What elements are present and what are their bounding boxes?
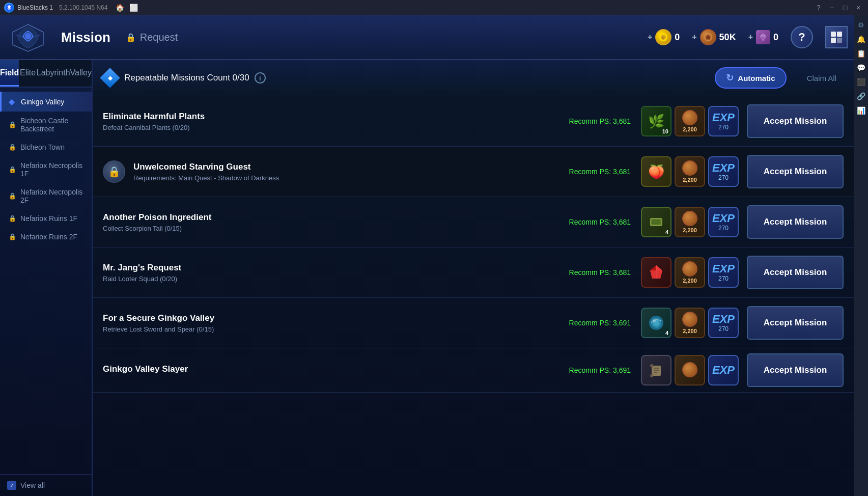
- sidebar-right-icon-5[interactable]: ⬛: [856, 76, 867, 88]
- svg-rect-9: [831, 32, 836, 37]
- nav-item-label: Nefariox Ruins 1F: [20, 214, 77, 223]
- mission-rewards-4: 2,200 EXP 270: [641, 257, 739, 288]
- nav-item-label: Ginkgo Valley: [21, 98, 64, 106]
- nav-item-nefariox-nec-2f[interactable]: 🔒 Nefariox Necropolis 2F: [0, 183, 92, 209]
- nav-lock-icon: 🔒: [9, 121, 16, 128]
- accept-mission-button-4[interactable]: Accept Mission: [747, 256, 844, 289]
- reward-exp-val-5: 270: [718, 325, 729, 333]
- header-resources: + $ 0 + 50K + 0 ?: [648, 26, 848, 48]
- sidebar-right-icon-3[interactable]: 📋: [856, 48, 867, 59]
- gem-resource[interactable]: + 0: [748, 30, 778, 44]
- restore-button[interactable]: □: [839, 2, 851, 13]
- reward-exp-text-3: EXP: [712, 213, 735, 224]
- reward-exp-1: EXP 270: [708, 106, 739, 136]
- reward-item-icon-1: 🌿: [648, 115, 664, 128]
- reward-item-4: [641, 257, 671, 288]
- gem-plus-icon: +: [748, 33, 753, 42]
- reward-coin-val-1: 2,200: [683, 126, 697, 132]
- mission-row-another-poison-ingredient: Another Poison Ingredient Collect Scorpi…: [93, 197, 854, 247]
- mission-rewards-2: 🍑 2,200 EXP 270: [641, 156, 739, 187]
- nav-item-label: Nefariox Necropolis 2F: [20, 188, 85, 204]
- automatic-button[interactable]: ↻ Automatic: [715, 67, 786, 89]
- svg-point-28: [650, 374, 653, 377]
- window-controls: ? − □ ×: [813, 2, 864, 13]
- header-help-button[interactable]: ?: [791, 26, 813, 48]
- tab-field[interactable]: Field: [0, 60, 19, 87]
- nav-request-tab[interactable]: 🔒 Request: [126, 32, 178, 43]
- nav-item-nefariox-ruins-1f[interactable]: 🔒 Nefariox Ruins 1F: [0, 209, 92, 228]
- mission-ps-1: Recomm PS: 3,681: [569, 117, 631, 125]
- nav-item-bicheon-castle[interactable]: 🔒 Bicheon Castle Backstreet: [0, 112, 92, 138]
- reward-exp-text-6: EXP: [712, 365, 735, 376]
- automatic-label: Automatic: [738, 74, 775, 82]
- gold-plus-icon: +: [648, 33, 652, 42]
- mission-info-5: For a Secure Ginkgo Valley Retrieve Lost…: [103, 313, 569, 333]
- info-icon[interactable]: i: [255, 72, 266, 84]
- sidebar-right-icon-2[interactable]: 🔔: [856, 34, 867, 45]
- reward-exp-6: EXP: [708, 355, 739, 385]
- accept-mission-button-5[interactable]: Accept Mission: [747, 306, 844, 340]
- reward-coin-1: 2,200: [675, 106, 705, 136]
- mission-ps-3: Recomm PS: 3,681: [569, 218, 631, 226]
- accept-mission-button-2[interactable]: Accept Mission: [747, 155, 844, 188]
- screenshot-icon[interactable]: ⬜: [129, 4, 138, 12]
- gold-resource[interactable]: + $ 0: [648, 29, 680, 45]
- mission-lock-icon-2: 🔒: [103, 160, 125, 183]
- sidebar-right-icon-1[interactable]: ⚙: [856, 19, 867, 31]
- svg-point-27: [650, 364, 653, 367]
- accept-mission-button-6[interactable]: Accept Mission: [747, 353, 844, 387]
- nav-lock-icon: 🔒: [9, 233, 16, 240]
- help-icon[interactable]: ?: [813, 2, 824, 13]
- reward-item-count-5: 4: [665, 330, 668, 336]
- nav-item-label: Bicheon Town: [20, 143, 65, 151]
- repeatable-missions-title: Repeatable Missions Count 0/30: [124, 73, 249, 83]
- reward-coin-3: 2,200: [675, 207, 705, 237]
- reward-coin-icon-6: [682, 362, 697, 377]
- nav-item-label: Bicheon Castle Backstreet: [20, 117, 85, 133]
- reward-coin-val-5: 2,200: [683, 328, 697, 334]
- mission-rewards-6: EXP: [641, 355, 739, 385]
- reward-exp-text-4: EXP: [712, 263, 735, 274]
- home-icon[interactable]: 🏠: [116, 4, 124, 12]
- reward-exp-4: EXP 270: [708, 257, 739, 288]
- reward-coin-icon-1: [682, 110, 697, 125]
- copper-resource[interactable]: + 50K: [692, 29, 736, 45]
- svg-text:$: $: [662, 36, 665, 40]
- nav-item-ginkgo-valley[interactable]: ◆ Ginkgo Valley: [0, 92, 92, 112]
- top-header: Mission 🔒 Request + $ 0 + 50K: [0, 15, 868, 60]
- mission-desc-4: Raid Looter Squad (0/20): [103, 275, 569, 283]
- claim-all-button[interactable]: Claim All: [800, 70, 844, 87]
- close-button[interactable]: ×: [853, 2, 864, 13]
- accept-mission-button-1[interactable]: Accept Mission: [747, 104, 844, 138]
- reward-item-count-3: 4: [665, 229, 668, 235]
- gem-icon: [756, 30, 770, 44]
- mission-row-for-a-secure-ginkgo-valley: For a Secure Ginkgo Valley Retrieve Lost…: [93, 298, 854, 348]
- sidebar-right-icon-6[interactable]: 🔗: [856, 91, 867, 102]
- view-all-btn[interactable]: ✓ View all: [0, 474, 92, 496]
- nav-arrow-icon: ◆: [9, 97, 15, 106]
- reward-coin-icon-4: [682, 261, 697, 277]
- orb-icon: [647, 314, 665, 332]
- nav-item-bicheon-town[interactable]: 🔒 Bicheon Town: [0, 138, 92, 156]
- tab-labyrinth[interactable]: Labyrinth: [37, 60, 70, 87]
- reward-coin-2: 2,200: [675, 156, 705, 187]
- mission-desc-1: Defeat Cannibal Plants (0/20): [103, 124, 569, 131]
- reward-item-count-1: 10: [662, 128, 668, 134]
- sidebar-right-icon-4[interactable]: 💬: [856, 62, 867, 73]
- tab-elite[interactable]: Elite: [19, 60, 36, 87]
- minimize-button[interactable]: −: [826, 2, 837, 13]
- reward-exp-text-1: EXP: [712, 112, 735, 123]
- nav-lock-icon: 🔒: [9, 166, 16, 173]
- tab-valley[interactable]: Valley: [70, 60, 92, 87]
- header-profile-button[interactable]: [825, 26, 848, 48]
- mission-name-2: Unwelcomed Starving Guest: [133, 162, 569, 172]
- nav-mission-tab[interactable]: Mission: [61, 30, 110, 45]
- accept-mission-button-3[interactable]: Accept Mission: [747, 205, 844, 239]
- copper-plus-icon: +: [692, 33, 696, 42]
- nav-item-nefariox-ruins-2f[interactable]: 🔒 Nefariox Ruins 2F: [0, 228, 92, 246]
- sidebar-right-icon-7[interactable]: 📊: [856, 105, 867, 116]
- main-area: Field Elite Labyrinth Valley ◆ Ginkgo Va…: [0, 60, 868, 496]
- nav-item-nefariox-nec-1f[interactable]: 🔒 Nefariox Necropolis 1F: [0, 156, 92, 183]
- scorpion-tail-icon: [647, 213, 665, 231]
- mission-ps-2: Recomm PS: 3,681: [569, 168, 631, 176]
